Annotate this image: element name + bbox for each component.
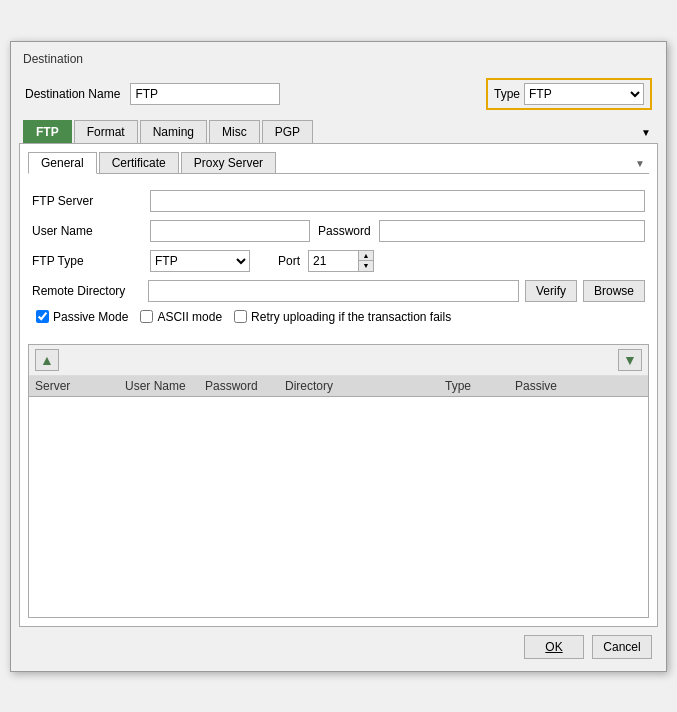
dialog-footer: OK Cancel <box>19 627 658 663</box>
tab-misc[interactable]: Misc <box>209 120 260 143</box>
table-body <box>29 397 648 617</box>
type-group: Type FTP SFTP Email Folder <box>486 78 652 110</box>
type-select[interactable]: FTP SFTP Email Folder <box>524 83 644 105</box>
ascii-mode-label: ASCII mode <box>157 310 222 324</box>
ftp-type-label: FTP Type <box>32 254 142 268</box>
form-section: FTP Server User Name Password FTP Type F… <box>28 184 649 338</box>
move-down-button[interactable]: ▼ <box>618 349 642 371</box>
port-input[interactable] <box>308 250 358 272</box>
ftp-server-row: FTP Server <box>32 190 645 212</box>
ftp-type-port-row: FTP Type FTP FTPS FTPES Port ▲ ▼ <box>32 250 645 272</box>
port-spinners: ▲ ▼ <box>358 250 374 272</box>
tab-naming[interactable]: Naming <box>140 120 207 143</box>
ftp-server-label: FTP Server <box>32 194 142 208</box>
remote-directory-label: Remote Directory <box>32 284 142 298</box>
col-username: User Name <box>125 379 205 393</box>
inner-tab-proxy-server[interactable]: Proxy Server <box>181 152 276 173</box>
ftp-server-input[interactable] <box>150 190 645 212</box>
verify-button[interactable]: Verify <box>525 280 577 302</box>
table-header: Server User Name Password Directory Type… <box>29 376 648 397</box>
port-spinner-down[interactable]: ▼ <box>359 261 373 271</box>
retry-checkbox[interactable] <box>234 310 247 323</box>
remote-directory-input[interactable] <box>148 280 519 302</box>
ftp-type-select[interactable]: FTP FTPS FTPES <box>150 250 250 272</box>
bottom-toolbar: ▲ ▼ <box>29 345 648 376</box>
inner-tabs-dropdown[interactable]: ▼ <box>635 158 649 173</box>
arrow-up-icon: ▲ <box>40 352 54 368</box>
password-label: Password <box>318 224 371 238</box>
bottom-section: ▲ ▼ Server User Name Password Directory … <box>28 344 649 618</box>
remote-directory-row: Remote Directory Verify Browse <box>32 280 645 302</box>
cancel-button[interactable]: Cancel <box>592 635 652 659</box>
inner-panel: General Certificate Proxy Server ▼ FTP S… <box>19 144 658 627</box>
inner-tab-certificate[interactable]: Certificate <box>99 152 179 173</box>
tab-ftp[interactable]: FTP <box>23 120 72 143</box>
passive-mode-label: Passive Mode <box>53 310 128 324</box>
col-passive: Passive <box>515 379 575 393</box>
password-input[interactable] <box>379 220 645 242</box>
port-spinner-group: ▲ ▼ <box>308 250 374 272</box>
col-server: Server <box>35 379 125 393</box>
top-row: Destination Name Type FTP SFTP Email Fol… <box>19 74 658 114</box>
destination-dialog: Destination Destination Name Type FTP SF… <box>10 41 667 672</box>
arrow-down-icon: ▼ <box>623 352 637 368</box>
retry-label: Retry uploading if the transaction fails <box>251 310 451 324</box>
ascii-mode-checkbox-item[interactable]: ASCII mode <box>140 310 222 324</box>
dialog-title: Destination <box>19 50 658 68</box>
username-password-row: User Name Password <box>32 220 645 242</box>
tab-pgp[interactable]: PGP <box>262 120 313 143</box>
passive-mode-checkbox-item[interactable]: Passive Mode <box>36 310 128 324</box>
destination-name-input[interactable] <box>130 83 280 105</box>
main-tabs-dropdown[interactable]: ▼ <box>638 123 654 143</box>
col-directory: Directory <box>285 379 445 393</box>
col-type: Type <box>445 379 515 393</box>
type-label: Type <box>494 87 520 101</box>
inner-tabs-bar: General Certificate Proxy Server ▼ <box>28 152 649 174</box>
browse-button[interactable]: Browse <box>583 280 645 302</box>
main-tabs-bar: FTP Format Naming Misc PGP ▼ <box>19 120 658 144</box>
retry-checkbox-item[interactable]: Retry uploading if the transaction fails <box>234 310 451 324</box>
port-label: Port <box>278 254 300 268</box>
destination-name-label: Destination Name <box>25 87 120 101</box>
move-up-button[interactable]: ▲ <box>35 349 59 371</box>
ascii-mode-checkbox[interactable] <box>140 310 153 323</box>
col-password: Password <box>205 379 285 393</box>
port-spinner-up[interactable]: ▲ <box>359 251 373 262</box>
inner-tab-general[interactable]: General <box>28 152 97 174</box>
username-input[interactable] <box>150 220 310 242</box>
checkboxes-row: Passive Mode ASCII mode Retry uploading … <box>32 310 645 324</box>
ok-button[interactable]: OK <box>524 635 584 659</box>
username-label: User Name <box>32 224 142 238</box>
passive-mode-checkbox[interactable] <box>36 310 49 323</box>
tab-format[interactable]: Format <box>74 120 138 143</box>
